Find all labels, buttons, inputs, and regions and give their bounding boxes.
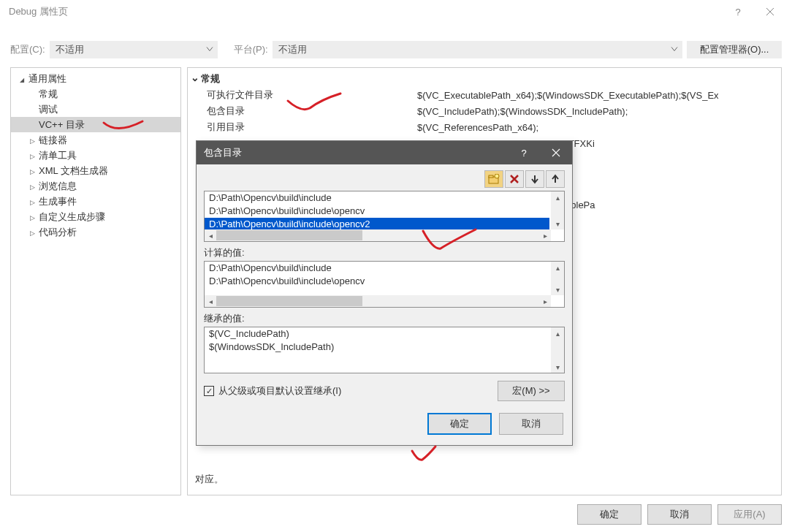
config-label: 配置(C): bbox=[10, 43, 45, 56]
window-titlebar: Debug 属性页 ? bbox=[0, 0, 792, 23]
tree-item[interactable]: 自定义生成步骤 bbox=[11, 209, 180, 224]
tree-root[interactable]: 通用属性 bbox=[11, 71, 180, 86]
vertical-scrollbar[interactable]: ▴ ▾ bbox=[551, 327, 564, 373]
apply-button[interactable]: 应用(A) bbox=[717, 504, 782, 525]
chevron-down-icon bbox=[671, 45, 678, 56]
delete-icon bbox=[509, 174, 519, 184]
chevron-down-icon bbox=[206, 45, 213, 56]
nav-tree: 通用属性 常规 调试 VC++ 目录 链接器 清单工具 XML 文档生成器 浏览… bbox=[10, 67, 181, 495]
dialog-help-button[interactable]: ? bbox=[508, 141, 540, 164]
help-button[interactable]: ? bbox=[722, 0, 754, 23]
scroll-up-icon: ▴ bbox=[552, 191, 563, 203]
tree-root-label: 通用属性 bbox=[28, 72, 66, 86]
platform-label: 平台(P): bbox=[234, 43, 268, 56]
list-item[interactable]: D:\Path\Opencv\build\include bbox=[205, 191, 549, 205]
tree-item[interactable]: XML 文档生成器 bbox=[11, 163, 180, 178]
scrollbar-thumb[interactable] bbox=[216, 230, 362, 240]
property-note: 对应。 bbox=[195, 473, 224, 486]
tree-item[interactable]: 浏览信息 bbox=[11, 178, 180, 194]
expand-icon bbox=[30, 196, 39, 207]
platform-value: 不适用 bbox=[278, 43, 307, 56]
tree-item[interactable]: 链接器 bbox=[11, 132, 180, 148]
dialog-titlebar: 包含目录 ? bbox=[197, 141, 572, 164]
ok-button[interactable]: 确定 bbox=[427, 413, 492, 435]
scroll-right-icon: ▸ bbox=[539, 295, 551, 307]
dialog-toolbar bbox=[197, 164, 572, 191]
platform-dropdown[interactable]: 不适用 bbox=[273, 41, 682, 58]
scroll-up-icon: ▴ bbox=[552, 327, 563, 339]
expand-icon bbox=[30, 227, 39, 238]
scroll-right-icon: ▸ bbox=[539, 229, 551, 241]
cancel-button[interactable]: 取消 bbox=[647, 504, 712, 525]
config-value: 不适用 bbox=[56, 43, 84, 56]
move-down-button[interactable] bbox=[525, 170, 544, 188]
property-row[interactable]: 可执行文件目录$(VC_ExecutablePath_x64);$(Window… bbox=[191, 87, 781, 103]
delete-button[interactable] bbox=[505, 170, 524, 188]
scroll-down-icon: ▾ bbox=[552, 284, 563, 295]
arrow-down-icon bbox=[530, 174, 540, 184]
horizontal-scrollbar[interactable]: ◂ ▸ bbox=[205, 295, 551, 307]
list-item: $(VC_IncludePath) bbox=[205, 327, 564, 341]
tree-item[interactable]: 调试 bbox=[11, 102, 180, 117]
tree-item[interactable]: 代码分析 bbox=[11, 224, 180, 240]
new-folder-button[interactable] bbox=[484, 170, 503, 188]
calculated-values-box: D:\Path\Opencv\build\include D:\Path\Ope… bbox=[204, 261, 565, 308]
list-item[interactable]: D:\Path\Opencv\build\include\opencv bbox=[205, 205, 549, 218]
config-row: 配置(C): 不适用 平台(P): 不适用 配置管理器(O)... bbox=[0, 23, 792, 66]
window-title: Debug 属性页 bbox=[9, 5, 722, 18]
expand-icon bbox=[30, 211, 39, 222]
property-row[interactable]: 引用目录$(VC_ReferencesPath_x64); bbox=[191, 119, 781, 135]
scroll-down-icon: ▾ bbox=[552, 218, 563, 229]
vertical-scrollbar[interactable]: ▴ ▾ bbox=[551, 191, 564, 229]
scroll-left-icon: ◂ bbox=[205, 295, 216, 307]
list-item: $(WindowsSDK_IncludePath) bbox=[205, 341, 564, 354]
close-button[interactable] bbox=[754, 0, 786, 23]
tree-item[interactable]: 生成事件 bbox=[11, 194, 180, 209]
list-item: D:\Path\Opencv\build\include\opencv bbox=[205, 275, 564, 288]
scroll-up-icon: ▴ bbox=[552, 262, 563, 273]
dialog-title: 包含目录 bbox=[204, 146, 242, 159]
scroll-left-icon: ◂ bbox=[205, 229, 216, 241]
inherited-values-box: $(VC_IncludePath) $(WindowsSDK_IncludePa… bbox=[204, 327, 565, 373]
tree-item[interactable]: 常规 bbox=[11, 86, 180, 102]
expand-icon bbox=[30, 180, 39, 191]
cancel-button[interactable]: 取消 bbox=[499, 413, 563, 435]
tree-item-selected[interactable]: VC++ 目录 bbox=[11, 117, 180, 132]
scrollbar-thumb[interactable] bbox=[216, 296, 362, 306]
expand-icon bbox=[20, 73, 28, 84]
collapse-icon bbox=[191, 73, 201, 85]
config-dropdown[interactable]: 不适用 bbox=[50, 41, 218, 58]
scroll-down-icon: ▾ bbox=[552, 361, 563, 373]
calculated-label: 计算的值: bbox=[204, 246, 565, 259]
expand-icon bbox=[30, 134, 39, 145]
dialog-button-bar: 确定 取消 bbox=[197, 410, 572, 445]
config-manager-button[interactable]: 配置管理器(O)... bbox=[687, 41, 782, 58]
expand-icon bbox=[30, 150, 39, 161]
vertical-scrollbar[interactable]: ▴ ▾ bbox=[551, 262, 564, 295]
tree-item[interactable]: 清单工具 bbox=[11, 148, 180, 163]
close-icon bbox=[766, 7, 774, 16]
macros-button[interactable]: 宏(M) >> bbox=[498, 381, 565, 401]
ok-button[interactable]: 确定 bbox=[577, 504, 641, 525]
paths-listbox[interactable]: D:\Path\Opencv\build\include D:\Path\Ope… bbox=[204, 191, 565, 242]
include-dirs-dialog: 包含目录 ? D:\Path\Opencv\build\include D:\P… bbox=[196, 140, 573, 446]
horizontal-scrollbar[interactable]: ◂ ▸ bbox=[205, 229, 551, 241]
svg-point-2 bbox=[495, 174, 499, 178]
svg-rect-1 bbox=[489, 175, 493, 178]
folder-new-icon bbox=[488, 174, 500, 184]
dialog-close-button[interactable] bbox=[540, 141, 572, 164]
arrow-up-icon bbox=[550, 174, 560, 184]
property-row[interactable]: 包含目录$(VC_IncludePath);$(WindowsSDK_Inclu… bbox=[191, 103, 781, 119]
inherit-checkbox-row: ✓ 从父级或项目默认设置继承(I) 宏(M) >> bbox=[204, 381, 565, 401]
dialog-button-bar: 确定 取消 应用(A) bbox=[0, 504, 782, 525]
inherit-checkbox[interactable]: ✓ bbox=[204, 386, 214, 396]
property-group-header[interactable]: 常规 bbox=[191, 71, 781, 87]
move-up-button[interactable] bbox=[546, 170, 565, 188]
close-icon bbox=[552, 148, 560, 157]
inherited-label: 继承的值: bbox=[204, 312, 565, 325]
expand-icon bbox=[30, 165, 39, 176]
inherit-checkbox-label: 从父级或项目默认设置继承(I) bbox=[218, 384, 341, 398]
list-item: D:\Path\Opencv\build\include bbox=[205, 262, 564, 275]
